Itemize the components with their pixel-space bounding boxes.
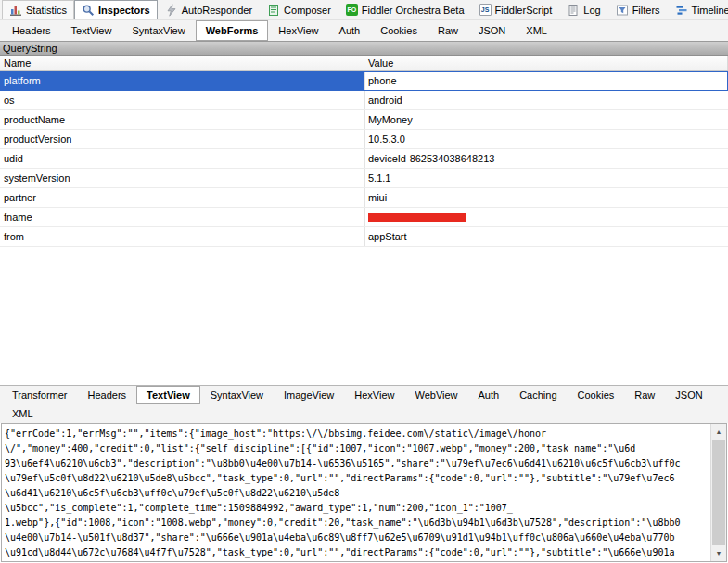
- grid-row-os[interactable]: os android: [0, 91, 728, 110]
- tab-label: AutoResponder: [182, 5, 252, 16]
- column-header-name[interactable]: Name: [0, 56, 364, 70]
- tab-cookies-response[interactable]: Cookies: [568, 386, 625, 404]
- param-name: partner: [0, 188, 364, 207]
- grid-row-productname[interactable]: productName MyMoney: [0, 110, 728, 130]
- tab-textview-response[interactable]: TextView: [136, 386, 200, 404]
- request-inspector-tabs: Headers TextView SyntaxView WebForms Hex…: [0, 20, 728, 41]
- grid-row-platform[interactable]: platform phone: [0, 71, 728, 91]
- tab-auth-response[interactable]: Auth: [468, 386, 510, 404]
- querystring-title: QueryString: [3, 43, 57, 54]
- tab-label: Composer: [284, 5, 331, 16]
- grid-row-udid[interactable]: udid deviceId-862534038648213: [0, 149, 728, 169]
- tab-label: Statistics: [26, 5, 67, 16]
- param-name: os: [0, 91, 364, 109]
- log-icon: [567, 4, 580, 17]
- param-name: productVersion: [0, 130, 364, 148]
- tab-syntaxview-response[interactable]: SyntaxView: [200, 386, 274, 404]
- tab-json-response[interactable]: JSON: [665, 386, 712, 404]
- tab-auth[interactable]: Auth: [329, 20, 371, 41]
- inspectors-icon: [82, 4, 95, 17]
- param-name: from: [0, 227, 364, 246]
- column-header-value[interactable]: Value: [364, 56, 728, 70]
- tab-textview[interactable]: TextView: [61, 20, 122, 41]
- param-value: appStart: [364, 227, 728, 246]
- tab-hexview[interactable]: HexView: [268, 20, 328, 41]
- param-value: miui: [364, 188, 728, 207]
- param-value: 5.1.1: [364, 169, 728, 187]
- tab-inspectors[interactable]: Inspectors: [74, 0, 158, 19]
- tab-caching[interactable]: Caching: [509, 386, 567, 404]
- tab-raw-response[interactable]: Raw: [624, 386, 665, 404]
- grid-row-productversion[interactable]: productVersion 10.5.3.0: [0, 130, 728, 149]
- tab-webview[interactable]: WebView: [404, 386, 467, 404]
- tab-filters[interactable]: Filters: [608, 0, 668, 19]
- redacted-value-bar: [368, 213, 466, 222]
- param-name: udid: [0, 149, 364, 168]
- param-name: platform: [0, 71, 364, 90]
- tab-log[interactable]: Log: [559, 0, 607, 19]
- param-value: MyMoney: [364, 110, 728, 129]
- grid-row-fname[interactable]: fname: [0, 208, 728, 227]
- grid-row-systemversion[interactable]: systemVersion 5.1.1: [0, 169, 728, 188]
- tab-label: Fiddler Orchestra Beta: [362, 5, 465, 16]
- grid-header: Name Value: [0, 56, 728, 71]
- param-name: systemVersion: [0, 169, 364, 187]
- tab-xml[interactable]: XML: [516, 20, 557, 41]
- tab-label: Timeline: [692, 5, 728, 16]
- param-value: phone: [364, 71, 728, 90]
- response-tabs-row1: Transformer Headers TextView SyntaxView …: [0, 386, 728, 404]
- tab-headers-response[interactable]: Headers: [78, 386, 137, 404]
- scroll-up-button[interactable]: ▲: [711, 424, 726, 440]
- tab-label: Inspectors: [98, 5, 150, 16]
- tab-composer[interactable]: Composer: [260, 0, 338, 19]
- param-value: 10.5.3.0: [364, 130, 728, 148]
- tab-label: Log: [583, 5, 600, 16]
- tab-syntaxview[interactable]: SyntaxView: [121, 20, 195, 41]
- param-name: fname: [0, 208, 364, 226]
- tab-label: FiddlerScript: [495, 5, 553, 16]
- tab-xml-response[interactable]: XML: [2, 404, 44, 423]
- statistics-icon: [9, 4, 22, 17]
- fiddlerscript-icon: JS: [479, 4, 492, 16]
- tab-imageview[interactable]: ImageView: [274, 386, 344, 404]
- timeline-icon: [675, 4, 688, 17]
- response-inspector-tabs: Transformer Headers TextView SyntaxView …: [0, 385, 728, 423]
- down-arrow-icon: ▼: [716, 550, 722, 557]
- up-arrow-icon: ▲: [716, 429, 722, 435]
- tab-label: Filters: [632, 5, 660, 16]
- param-value: [364, 208, 728, 226]
- tab-json[interactable]: JSON: [468, 20, 516, 41]
- tab-webforms[interactable]: WebForms: [196, 20, 269, 41]
- composer-icon: [267, 4, 280, 17]
- fiddler-window: Statistics Inspectors AutoResponder Comp…: [0, 0, 728, 563]
- autoresponder-icon: [165, 4, 178, 17]
- grid-row-from[interactable]: from appStart: [0, 227, 728, 247]
- filters-icon: [616, 4, 629, 17]
- tab-raw[interactable]: Raw: [428, 20, 468, 41]
- tab-transformer[interactable]: Transformer: [2, 386, 78, 404]
- tab-timeline[interactable]: Timeline: [668, 0, 728, 19]
- response-tabs-row2: XML: [0, 404, 728, 423]
- scrollbar-thumb[interactable]: [712, 440, 725, 563]
- orchestra-icon: FO: [346, 4, 358, 16]
- grid-row-partner[interactable]: partner miui: [0, 188, 728, 208]
- querystring-section-header: QueryString: [0, 41, 728, 56]
- response-body[interactable]: {"errCode":1,"errMsg":"","items":{"image…: [2, 424, 710, 562]
- querystring-grid: platform phone os android productName My…: [0, 71, 728, 385]
- main-tab-bar: Statistics Inspectors AutoResponder Comp…: [0, 0, 728, 20]
- response-textview[interactable]: {"errCode":1,"errMsg":"","items":{"image…: [1, 423, 727, 563]
- param-value: android: [364, 91, 728, 109]
- tab-hexview-response[interactable]: HexView: [344, 386, 404, 404]
- tab-headers[interactable]: Headers: [2, 20, 61, 41]
- param-value: deviceId-862534038648213: [364, 149, 728, 168]
- tab-autoresponder[interactable]: AutoResponder: [158, 0, 260, 19]
- tab-fiddlerscript[interactable]: JS FiddlerScript: [472, 0, 560, 19]
- tab-cookies[interactable]: Cookies: [370, 20, 428, 41]
- vertical-scrollbar[interactable]: ▲ ▼: [710, 424, 726, 562]
- scroll-down-button[interactable]: ▼: [711, 545, 726, 561]
- tab-fiddler-orchestra-beta[interactable]: FO Fiddler Orchestra Beta: [338, 0, 472, 19]
- tab-statistics[interactable]: Statistics: [2, 0, 74, 19]
- param-name: productName: [0, 110, 364, 129]
